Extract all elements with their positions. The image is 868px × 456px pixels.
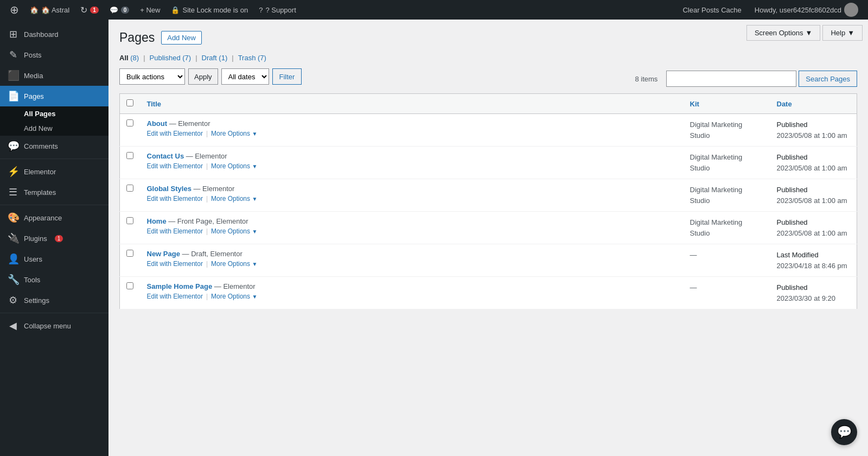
kit-column-header[interactable]: Kit [684,94,770,114]
howdy-label: Howdy, user6425fc8602dcd [755,6,841,14]
date-column-header[interactable]: Date [770,94,857,114]
table-row: Contact Us — ElementorEdit with Elemento… [120,147,857,179]
help-button[interactable]: Help ▼ [822,25,863,41]
edit-with-elementor-link[interactable]: Edit with Elementor [147,162,203,170]
wp-logo-icon: ⊕ [10,3,19,16]
row-checkbox[interactable] [126,282,133,289]
date-cell: Last Modified2023/04/18 at 8:46 pm [770,244,857,277]
kit-cell: — [684,244,770,277]
check-all-checkbox[interactable] [126,99,133,106]
updates-item[interactable]: ↻ 1 [75,0,104,20]
filter-published-label: Published [150,54,181,62]
main-content: Screen Options ▼ Help ▼ Pages Add New Al… [108,20,868,456]
sidebar-item-dashboard[interactable]: ⊞ Dashboard [0,24,108,45]
date-value-label: 2023/04/18 at 8:46 pm [777,261,851,271]
sidebar-item-pages[interactable]: 📄 Pages [0,86,108,106]
sidebar-item-users[interactable]: 👤 Users [0,249,108,269]
sitelock-item[interactable]: 🔒 Site Lock mode is on [165,0,253,20]
clear-cache-item[interactable]: Clear Posts Cache [677,0,746,20]
action-separator: | [206,260,208,268]
sidebar-item-media[interactable]: ⬛ Media [0,65,108,86]
edit-with-elementor-link[interactable]: Edit with Elementor [147,130,203,137]
table-row: New Page — Draft, ElementorEdit with Ele… [120,244,857,277]
date-cell: Published2023/05/08 at 1:00 am [770,212,857,244]
edit-with-elementor-link[interactable]: Edit with Elementor [147,293,203,300]
sidebar-item-settings[interactable]: ⚙ Settings [0,290,108,311]
users-icon: 👤 [8,253,18,265]
page-title-link[interactable]: Sample Home Page [147,282,213,290]
page-title-link[interactable]: Global Styles [147,185,192,193]
bulk-actions-select[interactable]: Bulk actions Edit Move to Trash [119,68,185,85]
sidebar-item-plugins[interactable]: 🔌 Plugins 1 [0,228,108,249]
sidebar-item-comments[interactable]: 💬 Comments [0,136,108,156]
more-options-link[interactable]: More Options ▼ [211,195,257,202]
more-options-link[interactable]: More Options ▼ [211,227,257,235]
search-input[interactable] [666,71,796,87]
sidebar-item-collapse[interactable]: ◀ Collapse menu [0,315,108,336]
sidebar-item-templates[interactable]: ☰ Templates [0,182,108,202]
add-new-button[interactable]: Add New [161,31,202,45]
filter-all-label: All [119,54,129,62]
media-icon: ⬛ [8,69,18,81]
page-title-link[interactable]: Home [147,217,167,225]
row-checkbox[interactable] [126,217,133,224]
row-checkbox[interactable] [126,250,133,257]
date-status-label: Published [777,282,851,293]
site-name-item[interactable]: 🏠 🏠 Astral [24,0,75,20]
filter-all-link[interactable]: All (8) [119,54,139,62]
filter-all-count: (8) [130,54,139,62]
row-checkbox[interactable] [126,152,133,159]
pages-icon: 📄 [8,90,18,102]
action-separator: | [206,162,208,170]
row-checkbox[interactable] [126,185,133,192]
filter-links: All (8) | Published (7) | Draft (1) | Tr… [119,54,857,62]
filter-trash-label: Trash [238,54,256,62]
table-row: About — ElementorEdit with Elementor | M… [120,114,857,147]
sidebar-item-tools[interactable]: 🔧 Tools [0,269,108,290]
sidebar-subitem-add-new[interactable]: Add New [0,121,108,136]
page-title-cell: Sample Home Page — ElementorEdit with El… [141,277,684,309]
home-icon: 🏠 [30,6,39,14]
sitelock-label: Site Lock mode is on [182,6,248,14]
filter-published-link[interactable]: Published (7) [150,54,192,62]
date-value-label: 2023/05/08 at 1:00 am [777,195,851,206]
filter-draft-link[interactable]: Draft (1) [202,54,228,62]
more-options-link[interactable]: More Options ▼ [211,130,257,137]
support-item[interactable]: ? ? Support [253,0,302,20]
search-pages-button[interactable]: Search Pages [799,71,857,87]
new-content-item[interactable]: + New [135,0,165,20]
more-options-link[interactable]: More Options ▼ [211,293,257,300]
screen-options-label: Screen Options [755,29,803,37]
comments-menu-icon: 💬 [8,140,18,152]
edit-with-elementor-link[interactable]: Edit with Elementor [147,260,203,268]
sidebar-item-appearance[interactable]: 🎨 Appearance [0,207,108,228]
sidebar-item-label: Comments [24,142,58,150]
help-label: Help [831,29,845,37]
more-options-link[interactable]: More Options ▼ [211,162,257,170]
page-title-cell: Contact Us — ElementorEdit with Elemento… [141,147,684,179]
filter-trash-link[interactable]: Trash (7) [238,54,266,62]
edit-with-elementor-link[interactable]: Edit with Elementor [147,195,203,202]
edit-with-elementor-link[interactable]: Edit with Elementor [147,227,203,235]
comments-item[interactable]: 💬 0 [104,0,135,20]
howdy-item[interactable]: Howdy, user6425fc8602dcd [749,0,864,20]
chat-widget[interactable]: 💬 [831,419,857,445]
date-filter-select[interactable]: All dates 2023/05 2023/04 2023/03 [221,68,269,85]
sidebar-subitem-all-pages[interactable]: All Pages [0,106,108,121]
title-column-header[interactable]: Title [141,94,684,114]
row-checkbox[interactable] [126,119,133,126]
screen-options-button[interactable]: Screen Options ▼ [746,25,820,41]
page-wrap: Pages Add New All (8) | Published (7) | … [119,30,857,309]
page-title-link[interactable]: New Page [147,250,180,258]
filter-button[interactable]: Filter [272,68,302,85]
more-options-link[interactable]: More Options ▼ [211,260,257,268]
page-title-link[interactable]: About [147,119,168,128]
pages-table: Title Kit Date About — ElementorEdit wit… [119,93,857,309]
page-title-link[interactable]: Contact Us [147,152,184,160]
sidebar-item-posts[interactable]: ✎ Posts [0,45,108,65]
help-arrow-icon: ▼ [847,29,854,37]
sidebar-item-elementor[interactable]: ⚡ Elementor [0,161,108,182]
page-title-cell: About — ElementorEdit with Elementor | M… [141,114,684,147]
apply-button[interactable]: Apply [188,68,218,85]
wp-logo-item[interactable]: ⊕ [4,0,24,20]
